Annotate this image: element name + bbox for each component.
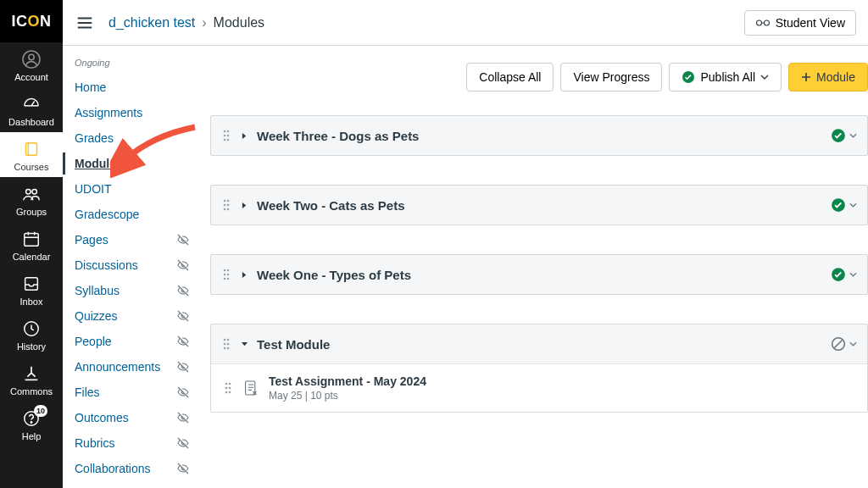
commons-icon [20,363,42,384]
brand-text-o: O [27,13,40,30]
course-nav-item[interactable]: Elements of Success [75,481,198,488]
chevron-down-icon [849,341,857,347]
clock-icon [20,319,42,339]
plus-icon [801,72,811,82]
drag-handle-icon[interactable] [221,269,231,280]
svg-point-20 [224,200,226,202]
eye-off-icon [176,284,190,297]
course-nav-item[interactable]: Announcements [75,354,198,380]
course-nav-label: Assignments [75,106,198,119]
view-progress-button[interactable]: View Progress [560,63,662,92]
drag-handle-icon[interactable] [221,130,231,141]
global-nav-calendar[interactable]: Calendar [0,222,63,267]
course-nav-item[interactable]: UDOIT [75,176,198,202]
svg-point-27 [224,269,226,272]
course-nav-item[interactable]: Modules [75,151,198,176]
course-nav-item[interactable]: Pages [75,227,198,252]
add-module-button[interactable]: Module [788,63,868,92]
module-header[interactable]: Test Module [211,324,867,363]
course-nav-item[interactable]: Discussions [75,252,198,278]
module-publish-status[interactable] [831,197,857,213]
global-nav-dashboard[interactable]: Dashboard [0,87,63,132]
hamburger-icon[interactable] [75,13,95,33]
svg-rect-5 [25,234,39,247]
course-nav-item[interactable]: Collaborations [75,456,198,481]
global-nav-help[interactable]: 10 Help [0,402,63,446]
module-item-row[interactable]: Test Assignment - May 2024May 25 | 10 pt… [211,363,867,412]
module-header[interactable]: Week Two - Cats as Pets [211,186,867,225]
global-nav-commons[interactable]: Commons [0,357,63,402]
module-item-title: Test Assignment - May 2024 [269,374,426,388]
svg-point-37 [227,343,230,346]
global-nav-label: Help [22,431,42,441]
course-nav-item[interactable]: Grades [75,125,198,151]
course-nav-item[interactable]: Files [75,380,198,405]
brand-logo[interactable]: ICON [0,0,63,42]
module-publish-status[interactable] [831,128,857,143]
module-item-meta: May 25 | 10 pts [269,390,426,402]
module-title: Test Module [257,337,822,352]
global-nav-history[interactable]: History [0,312,63,357]
svg-point-10 [756,20,761,25]
inbox-icon [20,274,42,294]
caret-right-icon[interactable] [240,202,248,209]
collapse-all-button[interactable]: Collapse All [466,63,554,92]
calendar-icon [20,229,42,249]
global-nav: ICON Account Dashboard Courses Groups Ca… [0,0,63,488]
module-publish-status[interactable] [831,336,857,352]
svg-point-29 [224,274,226,276]
course-nav-label: People [75,335,176,348]
course-nav-item[interactable]: Home [75,75,198,100]
svg-point-43 [225,387,228,390]
student-view-button[interactable]: Student View [744,10,856,36]
course-nav: Ongoing HomeAssignmentsGradesModulesUDOI… [63,46,198,488]
global-nav-label: Commons [10,386,53,396]
module-header[interactable]: Week One - Types of Pets [211,255,867,294]
main-content: Collapse All View Progress Publish All M… [198,46,868,488]
breadcrumb-sep: › [202,15,206,30]
module-header[interactable]: Week Three - Dogs as Pets [211,116,867,155]
module-title: Week Two - Cats as Pets [257,198,822,213]
course-nav-item[interactable]: Quizzes [75,303,198,329]
student-view-label: Student View [776,16,845,30]
svg-point-34 [224,339,226,341]
global-nav-inbox[interactable]: Inbox [0,267,63,312]
global-nav-groups[interactable]: Groups [0,177,63,222]
global-nav-label: Calendar [13,252,51,262]
caret-right-icon[interactable] [240,132,248,140]
publish-all-label: Publish All [700,70,755,84]
published-icon [831,197,846,213]
global-nav-courses[interactable]: Courses [0,132,63,177]
global-nav-account[interactable]: Account [0,42,63,87]
course-nav-item[interactable]: Outcomes [75,405,198,430]
svg-point-35 [227,339,230,341]
course-nav-item[interactable]: Rubrics [75,430,198,456]
published-icon [831,267,846,282]
course-nav-label: Quizzes [75,309,176,323]
course-nav-item[interactable]: Gradescope [75,202,198,227]
module-title: Week One - Types of Pets [257,268,822,282]
speedometer-icon [20,94,42,114]
svg-rect-6 [25,278,38,291]
course-nav-label: Home [75,80,198,94]
drag-handle-icon[interactable] [221,338,231,350]
breadcrumb-page: Modules [214,15,264,30]
breadcrumb-course[interactable]: d_chicken test [108,15,195,30]
drag-handle-icon[interactable] [221,199,231,211]
caret-down-icon[interactable] [240,341,248,347]
course-nav-item[interactable]: Assignments [75,100,198,125]
caret-right-icon[interactable] [240,271,248,279]
global-nav-label: Dashboard [8,117,54,127]
module-title: Week Three - Dogs as Pets [257,129,822,143]
publish-all-button[interactable]: Publish All [669,63,782,92]
topbar: d_chicken test › Modules Student View [63,0,868,46]
chevron-down-icon [849,202,857,208]
course-nav-item[interactable]: Syllabus [75,278,198,303]
course-nav-label: Pages [75,233,176,247]
svg-point-14 [227,130,230,133]
svg-point-4 [32,190,36,195]
module-publish-status[interactable] [831,267,857,282]
svg-point-3 [26,190,31,195]
course-nav-item[interactable]: People [75,329,198,354]
drag-handle-icon[interactable] [223,382,233,394]
